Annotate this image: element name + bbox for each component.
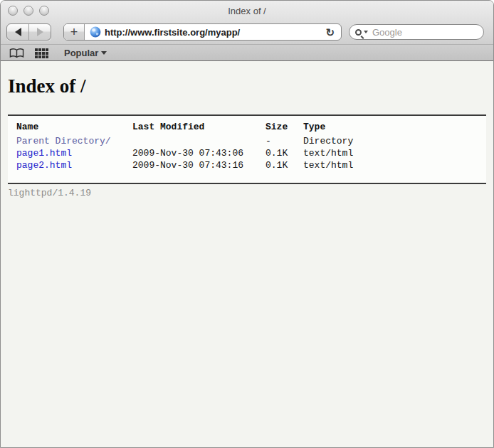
- directory-table: Name Last Modified Size Type Parent Dire…: [16, 121, 367, 171]
- address-bar: + ↻: [63, 23, 342, 41]
- browser-chrome: Index of / +: [1, 1, 493, 61]
- globe-favicon: [90, 26, 101, 38]
- cell-type: text/html: [303, 159, 367, 171]
- column-header-type: Type: [303, 121, 367, 135]
- search-engine-menu[interactable]: [355, 29, 368, 36]
- toolbar: + ↻: [1, 21, 493, 44]
- topsites-grid-icon[interactable]: [35, 48, 48, 58]
- browser-window: Index of / +: [0, 0, 494, 448]
- chevron-down-icon: [101, 51, 107, 55]
- column-header-modified: Last Modified: [132, 121, 266, 135]
- table-row: page1.html 2009-Nov-30 07:43:06 0.1K tex…: [16, 147, 367, 159]
- search-bar: [349, 24, 484, 40]
- search-input[interactable]: [372, 27, 494, 38]
- parent-directory-link[interactable]: Parent Directory/: [16, 136, 111, 146]
- cell-type: text/html: [303, 147, 367, 159]
- cell-modified: 2009-Nov-30 07:43:06: [132, 147, 266, 159]
- cell-modified: 2009-Nov-30 07:43:16: [132, 159, 266, 171]
- page1-link[interactable]: page1.html: [16, 148, 72, 159]
- directory-listing: Name Last Modified Size Type Parent Dire…: [8, 114, 486, 184]
- back-button[interactable]: [7, 24, 29, 40]
- cell-type: Directory: [303, 135, 367, 147]
- page-content: Index of / Name Last Modified Size Type …: [1, 75, 493, 448]
- cell-size: 0.1K: [266, 147, 303, 159]
- window-title: Index of /: [1, 1, 493, 21]
- page2-link[interactable]: page2.html: [16, 160, 72, 171]
- cell-size: -: [266, 135, 303, 147]
- bookmark-item-popular[interactable]: Popular: [64, 48, 107, 58]
- cell-modified: [132, 135, 266, 147]
- chevron-down-icon: [364, 31, 368, 33]
- back-arrow-icon: [15, 28, 21, 36]
- bookmarks-bar: Popular: [1, 44, 493, 61]
- popular-label: Popular: [64, 48, 98, 58]
- column-header-size: Size: [266, 121, 303, 135]
- add-bookmark-button[interactable]: +: [64, 24, 85, 40]
- titlebar[interactable]: Index of /: [1, 1, 493, 21]
- bookmarks-book-icon[interactable]: [9, 48, 24, 59]
- server-signature: lighttpd/1.4.19: [8, 188, 486, 198]
- table-row: Parent Directory/ - Directory: [16, 135, 367, 147]
- magnifier-icon: [355, 29, 362, 36]
- cell-size: 0.1K: [266, 159, 303, 171]
- reload-icon[interactable]: ↻: [325, 27, 335, 38]
- table-header-row: Name Last Modified Size Type: [16, 121, 367, 135]
- table-row: page2.html 2009-Nov-30 07:43:16 0.1K tex…: [16, 159, 367, 171]
- forward-button[interactable]: [29, 24, 51, 40]
- url-input[interactable]: [105, 27, 322, 38]
- forward-arrow-icon: [37, 28, 43, 36]
- nav-button-group: [6, 23, 51, 41]
- page-title: Index of /: [8, 75, 486, 97]
- column-header-name: Name: [16, 121, 132, 135]
